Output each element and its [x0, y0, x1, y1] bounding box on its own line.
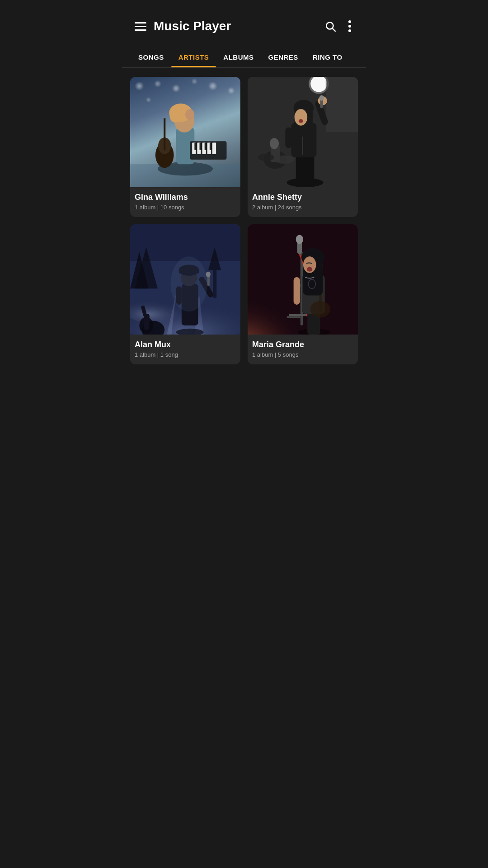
artist-image-maria — [248, 224, 358, 335]
artist-meta: 1 album | 5 songs — [252, 351, 353, 358]
svg-rect-27 — [212, 142, 216, 154]
artist-name: Gina Williams — [135, 193, 236, 202]
svg-point-18 — [185, 109, 194, 120]
svg-point-7 — [172, 84, 180, 92]
artist-meta: 2 album | 24 songs — [252, 204, 353, 211]
svg-rect-29 — [200, 142, 202, 150]
artist-info-alan: Alan Mux 1 album | 1 song — [130, 335, 240, 364]
artist-card-maria-grande[interactable]: Maria Grande 1 album | 5 songs — [248, 224, 358, 364]
artist-name: Alan Mux — [135, 340, 236, 349]
svg-rect-91 — [294, 277, 300, 305]
svg-rect-30 — [205, 142, 207, 150]
tab-ringtones[interactable]: RING TO — [305, 48, 350, 67]
svg-point-40 — [258, 154, 274, 161]
app-header: Music Player — [122, 0, 366, 43]
artist-info-gina: Gina Williams 1 album | 10 songs — [130, 187, 240, 217]
svg-rect-31 — [210, 142, 212, 150]
svg-rect-28 — [194, 142, 197, 150]
more-options-button[interactable] — [346, 18, 353, 34]
svg-point-4 — [348, 29, 351, 32]
svg-rect-21 — [164, 118, 165, 151]
tab-genres[interactable]: GENRES — [261, 48, 305, 67]
menu-button[interactable] — [135, 22, 146, 31]
svg-point-8 — [191, 78, 197, 85]
svg-point-39 — [270, 138, 279, 149]
svg-rect-84 — [286, 316, 300, 318]
svg-point-41 — [274, 156, 295, 164]
tab-bar: SONGS ARTISTS ALBUMS GENRES RING TO — [122, 43, 366, 68]
artist-card-gina-williams[interactable]: Gina Williams 1 album | 10 songs — [130, 77, 240, 217]
artist-info-annie: Annie Shetty 2 album | 24 songs — [248, 187, 358, 217]
artist-image-annie — [248, 77, 358, 187]
svg-rect-77 — [207, 276, 210, 286]
svg-rect-48 — [285, 127, 291, 148]
artist-meta: 1 album | 10 songs — [135, 204, 236, 211]
artist-image-gina — [130, 77, 240, 187]
header-actions — [323, 18, 353, 34]
svg-point-3 — [348, 25, 351, 28]
svg-point-11 — [146, 97, 151, 103]
tab-songs[interactable]: SONGS — [131, 48, 171, 67]
svg-point-5 — [135, 81, 144, 90]
svg-rect-43 — [296, 155, 314, 183]
svg-point-9 — [208, 81, 217, 90]
svg-point-6 — [154, 80, 161, 87]
app-title: Music Player — [154, 19, 315, 33]
artists-grid: Gina Williams 1 album | 10 songs — [122, 68, 366, 373]
artist-meta: 1 album | 1 song — [135, 351, 236, 358]
svg-point-2 — [348, 20, 351, 23]
artist-name: Maria Grande — [252, 340, 353, 349]
tab-albums[interactable]: ALBUMS — [216, 48, 261, 67]
more-icon — [348, 20, 352, 33]
artist-card-alan-mux[interactable]: Alan Mux 1 album | 1 song — [130, 224, 240, 364]
svg-point-52 — [295, 109, 307, 126]
artist-info-maria: Maria Grande 1 album | 5 songs — [248, 335, 358, 364]
svg-rect-54 — [320, 100, 323, 108]
svg-point-17 — [169, 109, 180, 122]
svg-point-10 — [228, 87, 235, 94]
search-icon — [324, 20, 336, 32]
svg-point-55 — [319, 95, 324, 101]
tab-artists[interactable]: ARTISTS — [171, 48, 216, 67]
svg-point-78 — [206, 272, 211, 277]
svg-point-86 — [296, 235, 303, 244]
artist-name: Annie Shetty — [252, 193, 353, 202]
svg-rect-36 — [326, 77, 358, 132]
artist-image-alan — [130, 224, 240, 335]
search-button[interactable] — [323, 19, 338, 34]
svg-point-98 — [307, 267, 312, 272]
svg-line-1 — [333, 28, 335, 31]
artist-card-annie-shetty[interactable]: Annie Shetty 2 album | 24 songs — [248, 77, 358, 217]
svg-point-53 — [299, 119, 303, 123]
svg-point-79 — [170, 256, 207, 311]
